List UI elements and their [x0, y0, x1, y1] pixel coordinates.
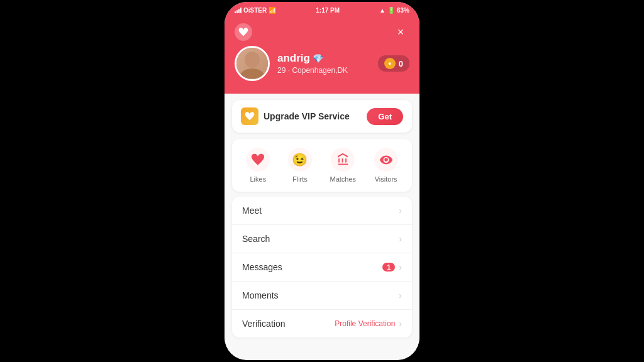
carrier-name: OiSTER	[243, 7, 267, 14]
menu-item-moments-left: Moments	[242, 290, 279, 300]
likes-label: Likes	[250, 175, 266, 183]
signal-bar-4	[240, 8, 242, 13]
menu-item-messages[interactable]: Messages 1 ›	[232, 253, 412, 282]
chevron-messages-icon: ›	[399, 262, 402, 272]
vip-title: Upgrade VIP Service	[264, 111, 350, 121]
action-flirts[interactable]: 😉 Flirts	[288, 148, 312, 183]
avatar[interactable]	[235, 46, 270, 81]
svg-point-1	[240, 69, 265, 79]
menu-item-messages-left: Messages	[242, 262, 282, 272]
profile-text: andrig 💎 29 · Copenhagen,DK	[277, 52, 348, 75]
matches-label: Matches	[330, 175, 356, 183]
signal-bar-3	[238, 9, 240, 13]
header-top: ×	[235, 23, 409, 41]
flirts-label: Flirts	[292, 175, 308, 183]
menu-item-messages-right: 1 ›	[382, 262, 402, 272]
menu-label-meet: Meet	[242, 206, 262, 216]
chevron-search-icon: ›	[399, 234, 402, 244]
diamond-icon: 💎	[313, 53, 323, 63]
profile-verification-link[interactable]: Profile Verification	[335, 319, 395, 328]
battery-icon: 🔋	[387, 7, 395, 14]
profile-meta: 29 · Copenhagen,DK	[277, 66, 348, 75]
visitors-icon	[374, 148, 398, 172]
menu-item-verification-left: Verification	[242, 319, 285, 329]
vip-icon	[241, 107, 258, 125]
menu-item-search-left: Search	[242, 234, 270, 244]
messages-badge: 1	[382, 263, 395, 272]
menu-item-moments[interactable]: Moments ›	[232, 282, 412, 310]
signal-bar-2	[236, 10, 238, 13]
menu-label-verification: Verification	[242, 319, 285, 329]
menu-label-moments: Moments	[242, 290, 279, 300]
menu-item-meet[interactable]: Meet ›	[232, 197, 412, 225]
avatar-image	[236, 48, 268, 79]
flirts-icon: 😉	[288, 148, 312, 172]
status-bar-left: OiSTER 📶	[235, 7, 276, 14]
close-button[interactable]: ×	[392, 23, 409, 41]
get-vip-button[interactable]: Get	[367, 108, 403, 125]
menu-list: Meet › Search › Messages	[232, 197, 412, 337]
vip-banner: Upgrade VIP Service Get	[232, 100, 412, 133]
action-likes[interactable]: Likes	[246, 148, 270, 183]
action-matches[interactable]: Matches	[330, 148, 356, 183]
svg-point-2	[384, 158, 388, 162]
signal-bar-1	[235, 11, 236, 13]
menu-item-search[interactable]: Search ›	[232, 225, 412, 253]
coin-icon: ●	[384, 58, 396, 69]
content-area: Upgrade VIP Service Get Likes 😉 Flirts	[225, 94, 419, 360]
chevron-verification-icon: ›	[399, 319, 402, 329]
likes-icon	[246, 148, 270, 172]
quick-actions: Likes 😉 Flirts Matches	[232, 139, 412, 192]
battery-percent: 63%	[397, 7, 409, 14]
app-logo	[235, 23, 252, 41]
coins-count: 0	[399, 59, 403, 69]
menu-item-verification[interactable]: Verification Profile Verification ›	[232, 310, 412, 337]
status-bar: OiSTER 📶 1:17 PM ▲ 🔋 63%	[225, 2, 419, 17]
phone-frame: OiSTER 📶 1:17 PM ▲ 🔋 63% ×	[225, 2, 419, 360]
menu-item-verification-right: Profile Verification ›	[335, 319, 402, 329]
status-bar-right: ▲ 🔋 63%	[379, 7, 409, 14]
profile-name: andrig 💎	[277, 52, 348, 65]
action-visitors[interactable]: Visitors	[374, 148, 398, 183]
menu-item-meet-right: ›	[399, 206, 402, 216]
location-icon: ▲	[379, 7, 386, 14]
chevron-meet-icon: ›	[399, 206, 402, 216]
vip-banner-left: Upgrade VIP Service	[241, 107, 350, 125]
wifi-icon: 📶	[269, 7, 276, 14]
coins-badge[interactable]: ● 0	[378, 55, 409, 72]
menu-label-search: Search	[242, 234, 270, 244]
signal-bars-icon	[235, 7, 242, 13]
menu-item-moments-right: ›	[399, 290, 402, 300]
profile-info: andrig 💎 29 · Copenhagen,DK	[235, 46, 348, 81]
matches-icon	[331, 148, 355, 172]
visitors-label: Visitors	[375, 175, 397, 183]
profile-section: andrig 💎 29 · Copenhagen,DK ● 0	[235, 46, 409, 81]
svg-point-0	[245, 52, 260, 68]
menu-item-meet-left: Meet	[242, 206, 262, 216]
profile-age: 29	[277, 66, 286, 75]
status-time: 1:17 PM	[316, 7, 340, 14]
username: andrig	[277, 52, 310, 65]
header: × andrig 💎	[225, 17, 419, 94]
menu-label-messages: Messages	[242, 262, 282, 272]
chevron-moments-icon: ›	[399, 290, 402, 300]
menu-item-search-right: ›	[399, 234, 402, 244]
profile-location: Copenhagen,DK	[292, 66, 348, 75]
